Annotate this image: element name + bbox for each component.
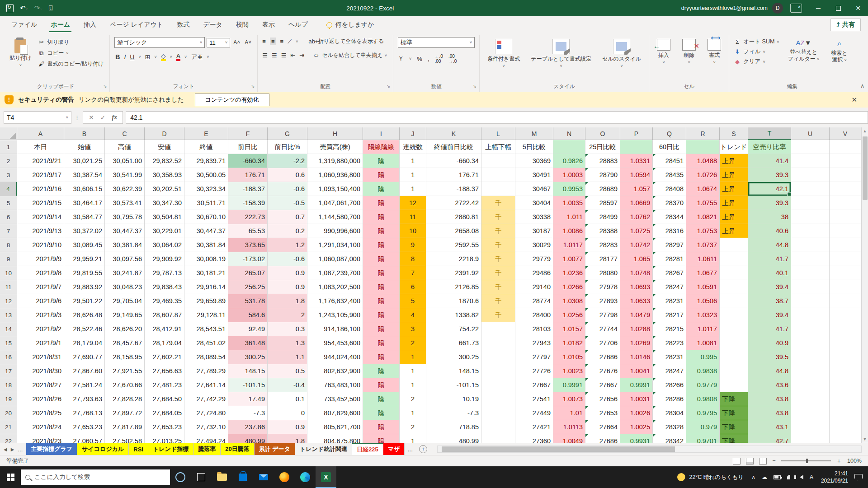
cell-K19[interactable]: 10.19 bbox=[426, 392, 481, 406]
cell-A4[interactable]: 2021/9/16 bbox=[17, 182, 64, 196]
cell-V22[interactable] bbox=[830, 434, 861, 443]
cell-N13[interactable]: 1.0256 bbox=[553, 308, 585, 322]
cell-N6[interactable]: 1.011 bbox=[553, 210, 585, 224]
tell-me-box[interactable]: 何をしますか bbox=[326, 21, 374, 29]
cell-G18[interactable]: -0.4 bbox=[268, 378, 307, 392]
cell-A18[interactable]: 2021/8/27 bbox=[17, 378, 64, 392]
cell-D3[interactable]: 30,358.93 bbox=[145, 168, 184, 182]
row-header-2[interactable]: 2 bbox=[0, 154, 17, 168]
cell-V11[interactable] bbox=[830, 280, 861, 294]
column-header-U[interactable]: U bbox=[791, 127, 830, 140]
cell-Q6[interactable]: 28344 bbox=[653, 210, 686, 224]
cell-I3[interactable]: 陽 bbox=[363, 168, 400, 182]
sheet-tab-9[interactable]: 日経225 bbox=[352, 443, 383, 455]
cell-K12[interactable]: 1870.6 bbox=[426, 294, 481, 308]
tab-review[interactable]: 校閲 bbox=[229, 17, 255, 33]
cell-O7[interactable]: 28388 bbox=[585, 224, 620, 238]
cell-D2[interactable]: 29,832.52 bbox=[145, 154, 184, 168]
row-header-20[interactable]: 20 bbox=[0, 406, 17, 420]
cell-M20[interactable]: 27449 bbox=[515, 406, 553, 420]
cell-M9[interactable]: 29779 bbox=[515, 252, 553, 266]
cell-H21[interactable]: 805,621,700 bbox=[307, 420, 363, 434]
cell-R18[interactable]: 0.9779 bbox=[686, 378, 720, 392]
cell-B22[interactable]: 27,060.57 bbox=[64, 434, 105, 443]
cell-H20[interactable]: 807,829,600 bbox=[307, 406, 363, 420]
find-select-button[interactable]: ⌕ 検索と選択 ˅ bbox=[828, 37, 850, 65]
cell-R4[interactable]: 1.0674 bbox=[686, 182, 720, 196]
cell-U4[interactable] bbox=[791, 182, 830, 196]
cell-N3[interactable]: 1.0003 bbox=[553, 168, 585, 182]
cell-K9[interactable]: 2218.9 bbox=[426, 252, 481, 266]
cell-L18[interactable] bbox=[481, 378, 515, 392]
row-header-5[interactable]: 5 bbox=[0, 196, 17, 210]
tab-formulas[interactable]: 数式 bbox=[170, 17, 196, 33]
cell-Q13[interactable]: 28217 bbox=[653, 308, 686, 322]
cell-A6[interactable]: 2021/9/14 bbox=[17, 210, 64, 224]
cell-N8[interactable]: 1.0117 bbox=[553, 238, 585, 252]
row-header-19[interactable]: 19 bbox=[0, 392, 17, 406]
cell-B8[interactable]: 30,089.45 bbox=[64, 238, 105, 252]
shrink-font-button[interactable]: A˅ bbox=[243, 39, 253, 46]
cell-G4[interactable]: -0.6 bbox=[268, 182, 307, 196]
cell-A13[interactable]: 2021/9/3 bbox=[17, 308, 64, 322]
cell-S22[interactable]: 下降 bbox=[720, 434, 748, 443]
cell-L13[interactable]: 千 bbox=[481, 308, 515, 322]
cell-L15[interactable] bbox=[481, 336, 515, 350]
cell-O9[interactable]: 28177 bbox=[585, 252, 620, 266]
cell-L5[interactable]: 千 bbox=[481, 196, 515, 210]
edge-button[interactable] bbox=[295, 466, 316, 488]
cell-N15[interactable]: 1.0182 bbox=[553, 336, 585, 350]
cell-G17[interactable]: 0.5 bbox=[268, 364, 307, 378]
cell-Q2[interactable]: 28451 bbox=[653, 154, 686, 168]
cell-Q19[interactable]: 28286 bbox=[653, 392, 686, 406]
cell-I18[interactable]: 陽 bbox=[363, 378, 400, 392]
column-header-H[interactable]: H bbox=[307, 127, 363, 140]
cell-L20[interactable] bbox=[481, 406, 515, 420]
cell-V7[interactable] bbox=[830, 224, 861, 238]
vertical-scrollbar[interactable]: ▲ ▼ bbox=[861, 127, 868, 443]
cell-D10[interactable]: 29,787.13 bbox=[145, 266, 184, 280]
cell-G8[interactable]: 1.2 bbox=[268, 238, 307, 252]
cell-D21[interactable]: 27,653.23 bbox=[145, 420, 184, 434]
cell-P3[interactable]: 1.0594 bbox=[620, 168, 653, 182]
cell-I15[interactable]: 陽 bbox=[363, 336, 400, 350]
sheet-tab-5[interactable]: 騰落率 bbox=[193, 443, 221, 455]
cell-S10[interactable] bbox=[720, 266, 748, 280]
zoom-out-icon[interactable]: − bbox=[772, 458, 775, 464]
cell-H7[interactable]: 990,996,600 bbox=[307, 224, 363, 238]
taskbar-clock[interactable]: 21:41 2021/09/21 bbox=[816, 470, 853, 484]
cell-L16[interactable] bbox=[481, 350, 515, 364]
align-right-icon[interactable]: ☰ bbox=[281, 52, 286, 59]
cell-P5[interactable]: 1.0669 bbox=[620, 196, 653, 210]
cell-I7[interactable]: 陽 bbox=[363, 224, 400, 238]
align-top-icon[interactable]: ≡ bbox=[262, 38, 265, 45]
redo-icon[interactable]: ↷˅ bbox=[34, 4, 42, 12]
cell-I6[interactable]: 陽 bbox=[363, 210, 400, 224]
cell-Q15[interactable]: 28223 bbox=[653, 336, 686, 350]
cell-M8[interactable]: 30029 bbox=[515, 238, 553, 252]
task-view-button[interactable] bbox=[191, 466, 212, 488]
sheet-tab-10[interactable]: マザ bbox=[383, 443, 405, 455]
cell-K13[interactable]: 1338.82 bbox=[426, 308, 481, 322]
cell-S12[interactable] bbox=[720, 294, 748, 308]
cell-J9[interactable]: 8 bbox=[400, 252, 426, 266]
cell-B2[interactable]: 30,021.25 bbox=[64, 154, 105, 168]
font-dialog-launcher[interactable]: ↘ bbox=[251, 84, 255, 89]
cell-R7[interactable]: 1.0753 bbox=[686, 224, 720, 238]
cell-Q20[interactable]: 28304 bbox=[653, 406, 686, 420]
cell-V6[interactable] bbox=[830, 210, 861, 224]
cell-J20[interactable]: 1 bbox=[400, 406, 426, 420]
cell-L11[interactable]: 千 bbox=[481, 280, 515, 294]
cell-E18[interactable]: 27,641.14 bbox=[184, 378, 228, 392]
cell-P7[interactable]: 1.0725 bbox=[620, 224, 653, 238]
firefox-button[interactable] bbox=[274, 466, 295, 488]
cell-T14[interactable]: 41.7 bbox=[748, 322, 791, 336]
cell-O13[interactable]: 27798 bbox=[585, 308, 620, 322]
cell-M11[interactable]: 29140 bbox=[515, 280, 553, 294]
cell-K7[interactable]: 2658.08 bbox=[426, 224, 481, 238]
decrease-indent-icon[interactable]: ⇤ bbox=[290, 52, 295, 59]
cell-N20[interactable]: 1.01 bbox=[553, 406, 585, 420]
cell-O17[interactable]: 27676 bbox=[585, 364, 620, 378]
horizontal-scroll-thumb[interactable] bbox=[442, 446, 675, 452]
undo-icon[interactable]: ↶˅ bbox=[20, 4, 28, 12]
